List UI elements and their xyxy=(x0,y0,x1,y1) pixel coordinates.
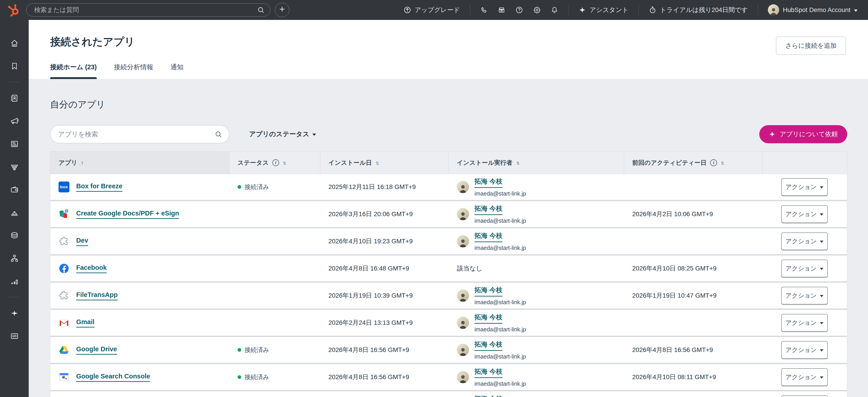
actions-dropdown-button[interactable]: アクション xyxy=(781,341,828,359)
connected-status-dot xyxy=(238,375,241,379)
install-date-cell: 2026年4月10日 19:23 GMT+9 xyxy=(320,228,449,254)
app-link[interactable]: Create Google Docs/PDF + eSign xyxy=(76,209,179,219)
tab-0[interactable]: 接続ホーム (23) xyxy=(50,63,97,79)
info-icon[interactable]: i xyxy=(710,159,717,166)
sort-icon: ↑↓ xyxy=(721,160,724,166)
gear-icon xyxy=(533,6,541,14)
sidebar-item-ai-assistant[interactable] xyxy=(0,302,29,324)
installer-text: 拓海 今枝imaeda@start-link.jp xyxy=(474,204,526,224)
app-link[interactable]: Google Drive xyxy=(76,345,117,355)
sidebar-item-content[interactable] xyxy=(0,133,29,155)
tab-2[interactable]: 通知 xyxy=(170,63,184,79)
app-link[interactable]: Facebook xyxy=(76,264,107,273)
app-link[interactable]: Box for Breeze xyxy=(76,182,123,192)
table-row: 拓海 今枝imaeda@start-link.jpアクション xyxy=(50,391,847,397)
account-menu[interactable]: HubSpot Demo Account xyxy=(768,4,858,16)
sidebar-item-data[interactable] xyxy=(0,224,29,247)
installer-name-link[interactable]: 拓海 今枝 xyxy=(474,286,502,296)
topbar-divider xyxy=(568,4,568,16)
app-search-input[interactable] xyxy=(58,131,215,138)
sort-icon: ↑↓ xyxy=(375,160,379,166)
status-cell xyxy=(229,256,320,281)
column-header-last-activity[interactable]: 前回のアクティビティー日 i ↑↓ xyxy=(624,152,763,174)
column-header-app[interactable]: アプリ ↑ xyxy=(51,152,229,174)
sidebar-item-developer[interactable] xyxy=(0,324,29,347)
sidebar-item-service[interactable] xyxy=(0,201,29,224)
sidebar-item-bookmarks[interactable] xyxy=(0,55,29,77)
actions-dropdown-button[interactable]: アクション xyxy=(781,205,828,223)
actions-label: アクション xyxy=(785,373,817,381)
install-date-cell: 2026年4月8日 16:56 GMT+9 xyxy=(320,364,449,390)
sidebar-item-automations[interactable] xyxy=(0,247,29,270)
assistant-button[interactable]: アシスタント xyxy=(579,6,629,14)
table-header-row: アプリ ↑ ステータス i ↑↓ インストール日 ↑↓ インストール実行者 ↑↓ xyxy=(50,151,847,174)
installer-name-link[interactable]: 拓海 今枝 xyxy=(474,177,502,188)
request-app-button[interactable]: アプリについて依頼 xyxy=(759,125,847,143)
global-search-bar[interactable] xyxy=(26,3,270,17)
actions-dropdown-button[interactable]: アクション xyxy=(781,260,828,277)
app-link[interactable]: Google Search Console xyxy=(76,373,150,382)
add-connection-button[interactable]: さらに接続を追加 xyxy=(776,37,846,55)
connected-status-dot xyxy=(238,185,241,189)
global-search-input[interactable] xyxy=(34,6,253,13)
column-header-installer[interactable]: インストール実行者 ↑↓ xyxy=(449,152,624,174)
last-activity-cell xyxy=(624,174,763,200)
installer-email: imaeda@start-link.jp xyxy=(474,380,526,387)
install-date: 2026年2月24日 13:13 GMT+9 xyxy=(329,318,413,327)
install-date-cell: 2026年4月8日 16:48 GMT+9 xyxy=(320,256,449,281)
sidebar-item-home[interactable] xyxy=(0,32,29,55)
notifications-button[interactable] xyxy=(551,6,558,14)
install-date-cell: 2026年4月8日 16:56 GMT+9 xyxy=(320,337,449,363)
workflow-icon xyxy=(10,254,19,263)
app-search-bar[interactable] xyxy=(50,125,229,143)
actions-dropdown-button[interactable]: アクション xyxy=(781,395,828,397)
installer-info: 拓海 今枝imaeda@start-link.jp xyxy=(457,340,526,360)
contacts-icon xyxy=(10,94,19,103)
installer-name-link[interactable]: 拓海 今枝 xyxy=(474,204,502,215)
help-button[interactable] xyxy=(515,6,523,14)
calling-button[interactable] xyxy=(480,6,488,14)
app-status-filter[interactable]: アプリのステータス xyxy=(249,130,316,139)
marketplace-button[interactable] xyxy=(498,6,505,14)
installer-cell: 拓海 今枝imaeda@start-link.jp xyxy=(449,228,624,254)
actions-label: アクション xyxy=(785,346,817,354)
sidebar-item-contacts[interactable] xyxy=(0,87,29,110)
status-label: 接続済み xyxy=(245,373,269,381)
hubspot-sprocket-logo-icon[interactable] xyxy=(6,3,20,17)
actions-dropdown-button[interactable]: アクション xyxy=(781,178,828,196)
service-bell-icon xyxy=(10,208,19,217)
table-row: Gmail2026年2月24日 13:13 GMT+9拓海 今枝imaeda@s… xyxy=(50,310,847,337)
installer-text: 拓海 今枝imaeda@start-link.jp xyxy=(474,367,526,387)
settings-button[interactable] xyxy=(533,6,541,14)
actions-dropdown-button[interactable]: アクション xyxy=(781,287,828,305)
sidebar-item-commerce[interactable] xyxy=(0,178,29,201)
info-icon[interactable]: i xyxy=(272,159,279,166)
sort-icon: ↑↓ xyxy=(516,160,520,166)
section-title: 自分のアプリ xyxy=(50,98,847,111)
app-link[interactable]: Dev xyxy=(76,237,88,246)
installer-name-link[interactable]: 拓海 今枝 xyxy=(474,394,502,397)
column-header-installed[interactable]: インストール日 ↑↓ xyxy=(320,152,449,174)
tab-1[interactable]: 接続分析情報 xyxy=(114,63,153,79)
actions-dropdown-button[interactable]: アクション xyxy=(781,232,828,250)
status-cell xyxy=(229,391,320,397)
column-header-status[interactable]: ステータス i ↑↓ xyxy=(229,152,320,174)
last-activity-date: 2026年4月2日 10:06 GMT+9 xyxy=(632,210,713,219)
quick-create-button[interactable]: + xyxy=(275,3,289,17)
installer-name-link[interactable]: 拓海 今枝 xyxy=(474,340,502,351)
actions-dropdown-button[interactable]: アクション xyxy=(781,314,828,332)
install-date-cell xyxy=(320,391,449,397)
phone-icon xyxy=(480,6,488,14)
sidebar-item-sales[interactable] xyxy=(0,155,29,178)
installer-cell: 拓海 今枝imaeda@start-link.jp xyxy=(449,174,624,200)
app-link[interactable]: Gmail xyxy=(76,318,94,328)
installer-avatar xyxy=(457,289,469,302)
sidebar-item-marketing[interactable] xyxy=(0,110,29,133)
app-link[interactable]: FileTransApp xyxy=(76,291,118,300)
upgrade-button[interactable]: アップグレード xyxy=(403,6,460,14)
sidebar-item-reporting[interactable] xyxy=(0,270,29,292)
installer-name-link[interactable]: 拓海 今枝 xyxy=(474,313,502,324)
installer-name-link[interactable]: 拓海 今枝 xyxy=(474,367,502,378)
actions-dropdown-button[interactable]: アクション xyxy=(781,368,828,386)
installer-name-link[interactable]: 拓海 今枝 xyxy=(474,231,502,242)
